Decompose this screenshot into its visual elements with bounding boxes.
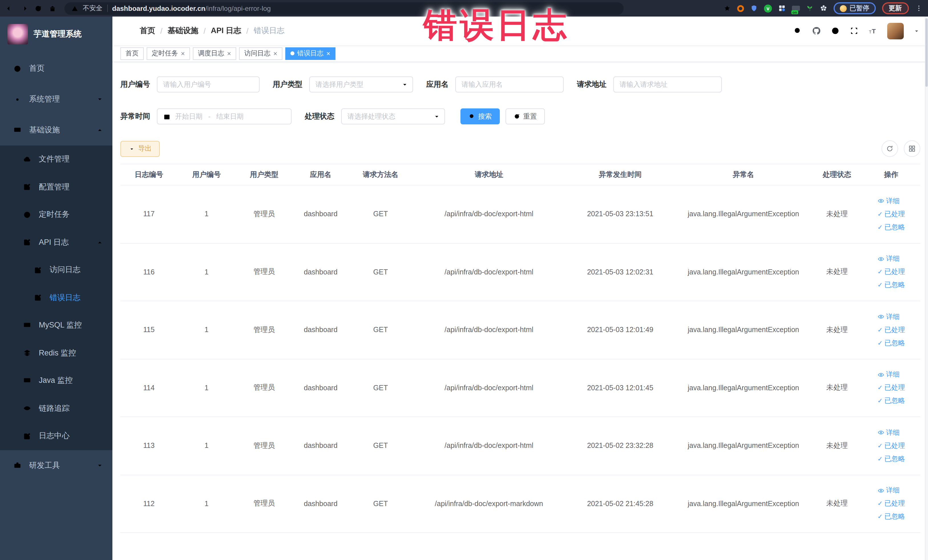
detail-link[interactable]: 详细 bbox=[878, 428, 900, 438]
cell-exception-name: java.lang.IllegalArgumentException bbox=[675, 475, 812, 533]
sidebar-item-home[interactable]: 首页 bbox=[0, 53, 112, 84]
export-button[interactable]: 导出 bbox=[121, 140, 160, 157]
detail-link[interactable]: 详细 bbox=[878, 370, 900, 380]
sidebar-item-mysql-monitor[interactable]: MySQL 监控 bbox=[0, 311, 112, 339]
extension-sprout-icon[interactable] bbox=[806, 5, 814, 12]
extension-grid-icon[interactable] bbox=[778, 5, 786, 12]
tab-home[interactable]: 首页 bbox=[121, 47, 144, 60]
breadcrumb-home[interactable]: 首页 bbox=[140, 26, 155, 36]
cell-method: GET bbox=[349, 475, 412, 533]
mark-processed-link[interactable]: ✓ 已处理 bbox=[878, 499, 905, 509]
user-avatar[interactable] bbox=[887, 23, 904, 39]
sidebar: 芋道管理系统 首页 系统管理 基础设施 bbox=[0, 17, 112, 560]
extension-on-toggle-icon[interactable]: on bbox=[792, 6, 800, 11]
user-id-input[interactable] bbox=[157, 76, 259, 92]
scrollbar-thumb[interactable] bbox=[925, 18, 928, 87]
mark-processed-link[interactable]: ✓ 已处理 bbox=[878, 267, 905, 277]
mark-ignored-link[interactable]: ✓ 已忽略 bbox=[878, 512, 905, 522]
close-icon[interactable]: × bbox=[227, 50, 231, 56]
extension-orange-ring-icon[interactable] bbox=[737, 5, 744, 12]
help-icon[interactable] bbox=[830, 26, 839, 35]
search-icon[interactable] bbox=[793, 26, 802, 35]
cell-user-id: 1 bbox=[177, 243, 236, 301]
detail-link[interactable]: 详细 bbox=[878, 196, 900, 206]
paused-extension-badge[interactable]: 已暂停 bbox=[833, 2, 876, 14]
page-scrollbar[interactable] bbox=[925, 17, 928, 560]
detail-link[interactable]: 详细 bbox=[878, 486, 900, 496]
sidebar-item-java-monitor[interactable]: Java 监控 bbox=[0, 367, 112, 395]
tab-access-log[interactable]: 访问日志 × bbox=[239, 47, 282, 60]
caret-down-icon[interactable] bbox=[913, 27, 919, 34]
sidebar-item-redis-monitor[interactable]: Redis 监控 bbox=[0, 339, 112, 367]
mark-ignored-link[interactable]: ✓ 已忽略 bbox=[878, 396, 905, 406]
fullscreen-icon[interactable] bbox=[849, 26, 858, 35]
bookmark-star-icon[interactable] bbox=[723, 5, 731, 12]
browser-forward-icon[interactable] bbox=[20, 4, 28, 12]
refresh-table-button[interactable] bbox=[881, 140, 898, 157]
detail-link[interactable]: 详细 bbox=[878, 254, 900, 264]
mark-ignored-link[interactable]: ✓ 已忽略 bbox=[878, 338, 905, 348]
search-button[interactable]: 搜索 bbox=[461, 108, 500, 124]
extension-flower-icon[interactable] bbox=[820, 5, 827, 12]
close-icon[interactable]: × bbox=[327, 50, 330, 56]
mark-processed-link[interactable]: ✓ 已处理 bbox=[878, 325, 905, 335]
process-status-select[interactable]: 请选择处理状态 bbox=[341, 108, 445, 124]
mark-processed-link[interactable]: ✓ 已处理 bbox=[878, 383, 905, 393]
extension-green-v-icon[interactable]: v bbox=[764, 4, 772, 12]
sidebar-item-file-management[interactable]: 文件管理 bbox=[0, 145, 112, 173]
tab-error-log[interactable]: 错误日志 × bbox=[285, 47, 336, 60]
sidebar-item-dev-tools[interactable]: 研发工具 bbox=[0, 450, 112, 481]
mark-ignored-link[interactable]: ✓ 已忽略 bbox=[878, 223, 905, 232]
close-icon[interactable]: × bbox=[181, 50, 185, 56]
column-settings-button[interactable] bbox=[904, 140, 920, 157]
close-icon[interactable]: × bbox=[273, 50, 277, 56]
sidebar-item-api-log[interactable]: API 日志 bbox=[0, 229, 112, 256]
font-size-icon[interactable] bbox=[868, 26, 877, 35]
check-icon: ✓ bbox=[878, 398, 883, 404]
browser-update-button[interactable]: 更新 bbox=[882, 2, 908, 14]
extension-shield-icon[interactable] bbox=[750, 5, 758, 12]
header-log-id: 日志编号 bbox=[121, 164, 177, 185]
browser-back-icon[interactable] bbox=[6, 4, 14, 12]
table-row: 115 1 管理员 dashboard GET /api/infra/db-do… bbox=[121, 301, 920, 359]
chart-monitor-icon bbox=[23, 321, 31, 330]
breadcrumb-api-log[interactable]: API 日志 bbox=[211, 26, 241, 36]
eye-icon bbox=[878, 198, 884, 204]
app-name-input[interactable] bbox=[455, 76, 564, 92]
request-url-input[interactable] bbox=[614, 76, 722, 92]
cloud-upload-icon bbox=[23, 155, 31, 164]
check-icon: ✓ bbox=[878, 456, 883, 462]
sidebar-logo-row[interactable]: 芋道管理系统 bbox=[0, 17, 112, 51]
mark-processed-link[interactable]: ✓ 已处理 bbox=[878, 441, 905, 451]
browser-menu-kebab-icon[interactable] bbox=[915, 5, 922, 12]
sidebar-item-log-center[interactable]: 日志中心 bbox=[0, 422, 112, 450]
mark-ignored-link[interactable]: ✓ 已忽略 bbox=[878, 454, 905, 464]
mark-ignored-link[interactable]: ✓ 已忽略 bbox=[878, 281, 905, 290]
sidebar-item-error-log[interactable]: 错误日志 bbox=[0, 284, 112, 311]
filter-process-status: 处理状态 请选择处理状态 bbox=[305, 108, 445, 124]
sidebar-item-trace[interactable]: 链路追踪 bbox=[0, 395, 112, 422]
browser-reload-icon[interactable] bbox=[34, 4, 42, 12]
detail-link[interactable]: 详细 bbox=[878, 312, 900, 322]
table-toolbar: 导出 bbox=[121, 140, 920, 157]
reset-button[interactable]: 重置 bbox=[505, 108, 545, 124]
browser-home-icon[interactable] bbox=[49, 4, 56, 12]
user-type-select[interactable]: 请选择用户类型 bbox=[309, 76, 413, 92]
search-icon bbox=[469, 113, 475, 120]
header-user-id: 用户编号 bbox=[177, 164, 236, 185]
hamburger-icon[interactable] bbox=[121, 26, 131, 36]
github-icon[interactable] bbox=[812, 26, 821, 35]
sidebar-item-access-log[interactable]: 访问日志 bbox=[0, 256, 112, 284]
sidebar-item-config-management[interactable]: 配置管理 bbox=[0, 173, 112, 201]
sidebar-item-scheduled-tasks[interactable]: 定时任务 bbox=[0, 201, 112, 229]
chevron-down-icon bbox=[96, 462, 103, 469]
sidebar-item-infrastructure[interactable]: 基础设施 bbox=[0, 115, 112, 145]
sidebar-item-system-management[interactable]: 系统管理 bbox=[0, 84, 112, 115]
main-area: 首页 / 基础设施 / API 日志 / 错误日志 bbox=[112, 17, 928, 560]
breadcrumb-infrastructure[interactable]: 基础设施 bbox=[168, 26, 198, 36]
tab-scheduled-tasks[interactable]: 定时任务 × bbox=[147, 47, 190, 60]
cell-user-type: 管理员 bbox=[236, 359, 293, 417]
mark-processed-link[interactable]: ✓ 已处理 bbox=[878, 209, 905, 219]
date-range-picker[interactable]: 开始日期 - 结束日期 bbox=[157, 108, 292, 124]
tab-schedule-log[interactable]: 调度日志 × bbox=[193, 47, 236, 60]
